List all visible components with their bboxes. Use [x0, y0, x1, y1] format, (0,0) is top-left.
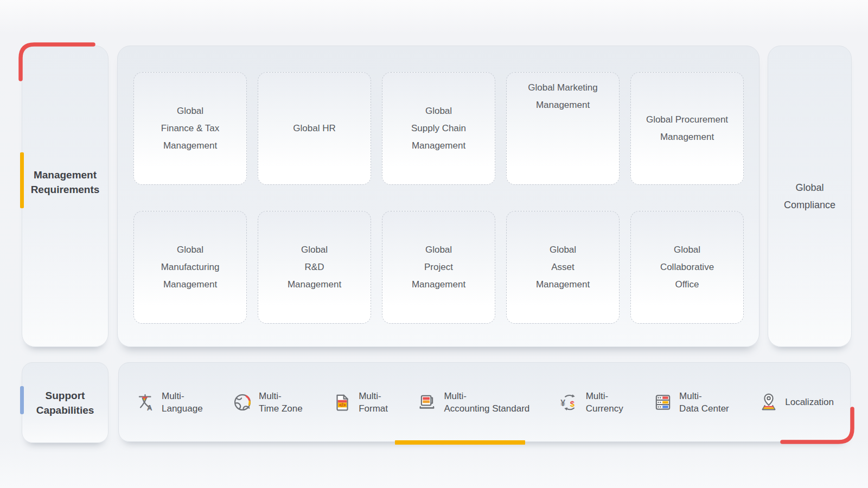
global-compliance-label: Global Compliance	[784, 179, 835, 214]
capability-localization: Localization	[758, 392, 834, 413]
ledger-icon	[417, 392, 438, 413]
support-capabilities-title: Support Capabilities	[36, 388, 94, 418]
module-card-finance-tax: Global Finance & Tax Management	[133, 72, 247, 185]
capability-label: Localization	[785, 396, 834, 408]
capability-label: Multi- Accounting Standard	[444, 390, 529, 415]
capability-label: Multi- Time Zone	[259, 390, 303, 415]
support-capabilities-panel: A Multi- Language Multi- Time Zone </>	[118, 362, 851, 442]
module-card-rd: Global R&D Management	[258, 211, 371, 324]
support-capabilities-card: Support Capabilities	[22, 362, 108, 443]
module-label: Global Procurement Management	[646, 111, 728, 146]
management-modules-panel: Global Finance & Tax Management Global H…	[117, 46, 760, 347]
module-card-manufacturing: Global Manufacturing Management	[133, 211, 247, 324]
module-card-collaborative-office: Global Collaborative Office	[630, 211, 744, 324]
module-label: Global HR	[293, 120, 335, 137]
capability-multi-format: </> Multi- Format	[332, 390, 388, 415]
module-label: Global Manufacturing Management	[161, 241, 220, 293]
blue-accent-bar	[20, 386, 24, 414]
module-label: Global Asset Management	[536, 241, 590, 293]
svg-text:$: $	[570, 399, 575, 408]
capability-label: Multi- Data Center	[679, 390, 729, 415]
infographic-canvas: { "palette": { "red": "#e9514f", "yellow…	[0, 0, 868, 488]
module-label: Global Supply Chain Management	[411, 102, 466, 155]
capability-label: Multi- Format	[359, 390, 388, 415]
management-requirements-title: Management Requirements	[31, 168, 100, 197]
capability-label: Multi- Language	[162, 390, 203, 415]
global-compliance-card: Global Compliance	[768, 46, 852, 347]
capability-multi-currency: ¥ $ Multi- Currency	[559, 390, 623, 415]
modules-row-1: Global Finance & Tax Management Global H…	[133, 72, 744, 185]
module-card-hr: Global HR	[258, 72, 371, 185]
capability-multi-accounting-standard: Multi- Accounting Standard	[417, 390, 529, 415]
modules-row-2: Global Manufacturing Management Global R…	[133, 211, 744, 324]
module-card-asset: Global Asset Management	[506, 211, 620, 324]
capability-multi-data-center: Multi- Data Center	[653, 390, 729, 415]
capability-multi-language: A Multi- Language	[135, 390, 203, 415]
yellow-accent-underline	[395, 440, 525, 445]
module-label: Global R&D Management	[288, 241, 341, 293]
module-card-procurement: Global Procurement Management	[630, 72, 744, 185]
capability-multi-time-zone: Multi- Time Zone	[232, 390, 303, 415]
svg-text:A: A	[147, 404, 152, 412]
module-label: Global Collaborative Office	[660, 241, 714, 293]
module-card-marketing: Global Marketing Management	[506, 72, 620, 185]
management-requirements-card: Management Requirements	[22, 46, 108, 347]
capability-label: Multi- Currency	[586, 390, 623, 415]
globe-icon	[232, 392, 253, 413]
currency-exchange-icon: ¥ $	[559, 392, 580, 413]
yellow-accent-bar	[20, 152, 24, 208]
module-card-supply-chain: Global Supply Chain Management	[382, 72, 495, 185]
module-label: Global Project Management	[412, 241, 465, 293]
module-card-project: Global Project Management	[382, 211, 495, 324]
svg-text:</>: </>	[339, 402, 346, 408]
svg-text:¥: ¥	[560, 399, 565, 408]
server-rack-icon	[653, 392, 673, 413]
map-pin-icon	[758, 392, 779, 413]
file-code-icon: </>	[332, 392, 353, 413]
translate-icon: A	[135, 392, 156, 413]
module-label: Global Marketing Management	[528, 79, 598, 114]
module-label: Global Finance & Tax Management	[161, 102, 219, 155]
